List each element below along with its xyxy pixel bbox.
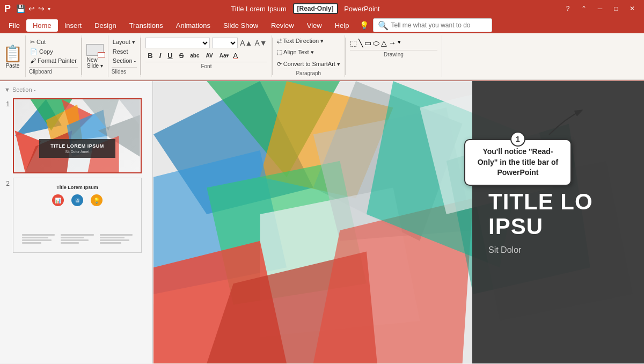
callout-number: 1 — [510, 132, 525, 147]
title-bar-center: Title Lorem Ipsum [Read-Only] PowerPoint — [231, 3, 379, 14]
ribbon: File Home Insert Design Transitions Anim… — [0, 17, 644, 81]
shape-oval-icon[interactable]: ⬭ — [373, 39, 379, 48]
font-group-label: Font — [145, 62, 267, 69]
paste-icon: 📋 — [3, 44, 23, 63]
window-controls: ? ⌃ ─ □ ✕ — [560, 1, 640, 16]
annotation-callout: 1 You'll notice "Read-Only" in the title… — [464, 139, 572, 186]
save-icon[interactable]: 💾 — [16, 4, 25, 13]
case-button[interactable]: Aa▾ — [217, 52, 231, 60]
paste-button[interactable]: 📋 Paste — [0, 35, 26, 77]
document-title: Title Lorem Ipsum — [231, 5, 287, 13]
copy-icon: 📄 — [30, 48, 38, 55]
shape-triangle-icon[interactable]: △ — [381, 39, 387, 48]
new-slide-label: NewSlide ▾ — [87, 57, 103, 69]
toolbar: 📋 Paste ✂ Cut 📄 Copy 🖌 Format Painter Cl… — [0, 33, 644, 81]
strikethrough-button[interactable]: S — [177, 50, 186, 61]
shadow-button[interactable]: abc — [188, 52, 201, 60]
readonly-badge: [Read-Only] — [293, 3, 338, 14]
help-button[interactable]: ? — [560, 1, 575, 16]
menu-slideshow[interactable]: Slide Show — [217, 19, 265, 32]
cut-button[interactable]: ✂ Cut — [29, 38, 78, 46]
callout-arrow-icon — [544, 108, 587, 140]
format-painter-icon: 🖌 — [30, 57, 36, 64]
minimize-button[interactable]: ─ — [592, 1, 608, 16]
font-size-select[interactable] — [212, 38, 238, 48]
shape-arrow-icon[interactable]: → — [389, 39, 396, 48]
slide-2-text-lines — [19, 234, 136, 244]
slide-2-number: 2 — [2, 178, 10, 187]
slide-2-icon-2: 🖥 — [71, 194, 83, 206]
bold-button[interactable]: B — [145, 50, 155, 61]
menu-insert[interactable]: Insert — [58, 19, 89, 32]
section-text: Section - — [12, 86, 35, 93]
ribbon-collapse-button[interactable]: ⌃ — [576, 1, 591, 16]
slides-label: Slides — [112, 67, 137, 75]
paragraph-label: Paragraph — [277, 69, 340, 76]
section-label: ▼ Section - — [2, 85, 150, 94]
menu-help[interactable]: Help — [328, 19, 356, 32]
font-group: A▲ A▼ B I U S abc AV Aa▾ A Font — [141, 35, 272, 77]
search-icon: 🔍 — [378, 20, 389, 31]
menu-view[interactable]: View — [301, 19, 328, 32]
clipboard-group: 📋 Paste ✂ Cut 📄 Copy 🖌 Format Painter Cl… — [0, 35, 82, 77]
format-painter-button[interactable]: 🖌 Format Painter — [29, 57, 78, 64]
align-text-button[interactable]: ⬚ Align Text ▾ — [277, 49, 314, 56]
text-direction-button[interactable]: ⇄ Text Direction ▾ — [277, 38, 324, 45]
main-title: TITLE LOIPSU — [488, 190, 628, 239]
slide-item-1[interactable]: 1 — [2, 98, 150, 173]
shape-line-icon[interactable]: ╲ — [358, 39, 363, 48]
close-button[interactable]: ✕ — [625, 1, 640, 16]
redo-icon[interactable]: ↪ — [38, 4, 45, 13]
slide-view: TITLE LOIPSU Sit Dolor 1 You'll notice "… — [153, 81, 644, 363]
menu-home[interactable]: Home — [26, 19, 58, 32]
reset-button[interactable]: Reset — [112, 48, 137, 55]
quick-access-toolbar: P 💾 ↩ ↪ ▾ — [4, 3, 50, 14]
slide-2-icon-1: 📊 — [52, 194, 64, 206]
slide-panel: ▼ Section - 1 — [0, 81, 153, 363]
menu-design[interactable]: Design — [88, 19, 122, 32]
slides-right: Layout ▾ Reset Section - Slides — [108, 35, 140, 77]
main-content: ▼ Section - 1 — [0, 81, 644, 363]
main-subtitle: Sit Dolor — [488, 245, 628, 255]
menu-bar: File Home Insert Design Transitions Anim… — [0, 17, 644, 33]
slide-2-thumbnail[interactable]: Title Lorem Ipsum 📊 🖥 💡 — [13, 178, 142, 253]
slide-1-subtitle: Sit Dolor Amet — [46, 150, 109, 154]
font-color-button[interactable]: A — [233, 52, 238, 60]
slide-1-title: TITLE LOREM IPSUM — [46, 143, 109, 149]
paragraph-group: ⇄ Text Direction ▾ ⬚ Align Text ▾ ⟳ Conv… — [273, 35, 345, 77]
tell-me-input[interactable] — [391, 21, 487, 29]
menu-file[interactable]: File — [2, 19, 26, 32]
shrink-font-button[interactable]: A▼ — [254, 39, 267, 47]
powerpoint-logo-icon: P — [4, 3, 11, 14]
app-name: PowerPoint — [344, 5, 379, 13]
font-row-1: A▲ A▼ — [145, 38, 267, 48]
slide-1-number: 1 — [2, 98, 10, 108]
section-arrow-icon: ▼ — [4, 86, 10, 93]
menu-transitions[interactable]: Transitions — [123, 19, 170, 32]
spacing-button[interactable]: AV — [204, 52, 215, 60]
slide-item-2[interactable]: 2 Title Lorem Ipsum 📊 🖥 💡 — [2, 178, 150, 253]
underline-button[interactable]: U — [165, 50, 174, 61]
font-family-select[interactable] — [145, 38, 210, 48]
menu-review[interactable]: Review — [265, 19, 301, 32]
shape-more-icon[interactable]: ▾ — [398, 39, 401, 48]
convert-smartart-button[interactable]: ⟳ Convert to SmartArt ▾ — [277, 61, 340, 68]
clipboard-label: Clipboard — [29, 67, 78, 75]
slide-1-thumbnail[interactable]: TITLE LOREM IPSUM Sit Dolor Amet — [13, 98, 142, 173]
copy-button[interactable]: 📄 Copy — [29, 48, 78, 56]
menu-animations[interactable]: Animations — [170, 19, 217, 32]
customize-icon[interactable]: ▾ — [48, 6, 50, 12]
maximize-button[interactable]: □ — [609, 1, 624, 16]
tell-me-bar[interactable]: 🔍 — [373, 18, 492, 32]
italic-button[interactable]: I — [157, 50, 164, 61]
drawing-label: Drawing — [350, 50, 437, 57]
layout-button[interactable]: Layout ▾ — [112, 38, 137, 46]
grow-font-button[interactable]: A▲ — [240, 39, 252, 47]
shape-select-icon[interactable]: ⬚ — [350, 39, 357, 48]
shape-rect-icon[interactable]: ▭ — [364, 39, 371, 48]
paste-label: Paste — [6, 63, 20, 69]
new-slide-button[interactable]: NewSlide ▾ — [82, 35, 108, 77]
section-button[interactable]: Section - — [112, 57, 137, 64]
slide-2-icon-3: 💡 — [91, 194, 103, 206]
undo-icon[interactable]: ↩ — [28, 4, 35, 13]
